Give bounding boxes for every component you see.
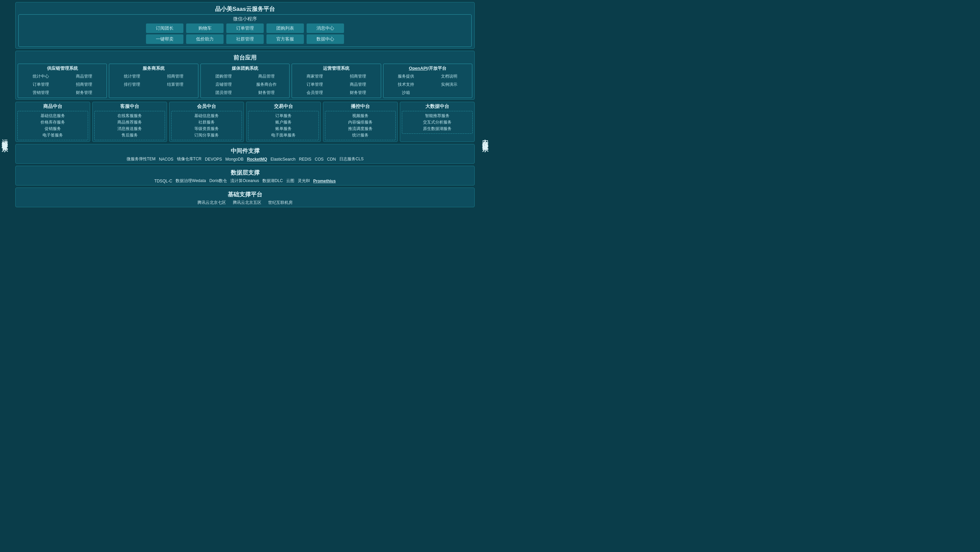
om-item-4: 商品管理 bbox=[337, 81, 379, 88]
saas-title: 品小美Saas云服务平台 bbox=[18, 4, 472, 14]
wechat-btn-10: 数据中心 bbox=[307, 34, 344, 44]
wechat-section: 微信小程序 订阅团长 购物车 订单管理 团购列表 消息中心 一键帮卖 低价助力 … bbox=[18, 14, 472, 47]
service-provider-grid: 统计管理 招商管理 排行管理 结算管理 bbox=[111, 73, 196, 88]
dl-item-7: 灵光BI bbox=[298, 178, 310, 184]
wechat-btn-2: 购物车 bbox=[186, 24, 224, 33]
member-platform: 会员中台 基础信息服务 社群服务 等级资质服务 订阅分享服务 bbox=[169, 102, 244, 142]
oa-item-5: 沙箱 bbox=[385, 89, 427, 96]
left-side-label: 运维管理体系 bbox=[1, 134, 9, 142]
tp-item-4: 电子面单服务 bbox=[250, 132, 317, 138]
oa-item-1: 服务提供 bbox=[385, 73, 427, 80]
cs-item-3: 消息推送服务 bbox=[96, 126, 163, 132]
oa-item-2: 文档说明 bbox=[428, 73, 470, 80]
sp-item-3: 排行管理 bbox=[111, 81, 153, 88]
broadcast-platform-inner: 视频服务 内容编排服务 推流调度服务 统计服务 bbox=[325, 111, 396, 140]
media-group-title: 媒体团购系统 bbox=[202, 65, 288, 72]
mw-item-9: COS bbox=[315, 157, 324, 162]
sp-item-4: 结算管理 bbox=[154, 81, 196, 88]
base-platform-section: 基础支撑平台 腾讯云北京七区 腾讯云北京五区 世纪互联机房 bbox=[15, 188, 475, 207]
dl-item-2: 数据治理Wedata bbox=[176, 178, 206, 184]
mw-item-6: RocketMQ bbox=[247, 157, 267, 162]
base-item-2: 腾讯云北京五区 bbox=[233, 200, 261, 205]
base-platform-title: 基础支撑平台 bbox=[18, 189, 472, 199]
bd-item-1: 智能推荐服务 bbox=[404, 113, 471, 119]
wechat-btn-8: 社群管理 bbox=[226, 34, 264, 44]
data-layer-title: 数据层支撑 bbox=[18, 167, 472, 177]
openapi-title: OpenAPI/开放平台 bbox=[385, 65, 470, 72]
dl-item-4: 流计算Oceanus bbox=[231, 178, 259, 184]
mw-item-7: ElasticSearch bbox=[270, 157, 295, 162]
service-provider-title: 服务商系统 bbox=[111, 65, 196, 72]
sp-item-2: 招商管理 bbox=[154, 73, 196, 80]
mw-item-2: NACOS bbox=[159, 157, 173, 162]
openapi-grid: 服务提供 文档说明 技术支持 实例演示 沙箱 bbox=[385, 73, 470, 96]
supply-item-4: 招商管理 bbox=[63, 81, 105, 88]
base-item-1: 腾讯云北京七区 bbox=[197, 200, 226, 205]
bigdata-platform-title: 大数据中台 bbox=[402, 103, 473, 110]
mg-item-3: 店铺管理 bbox=[202, 81, 245, 88]
supply-chain-title: 供应链管理系统 bbox=[20, 65, 105, 72]
broadcast-platform: 播控中台 视频服务 内容编排服务 推流调度服务 统计服务 bbox=[323, 102, 398, 142]
bigdata-platform: 大数据中台 智能推荐服务 交互式分析服务 原生数据湖服务 bbox=[400, 102, 475, 142]
bp-item-4: 统计服务 bbox=[327, 132, 394, 138]
pp-item-3: 促销服务 bbox=[19, 126, 86, 132]
member-platform-title: 会员中台 bbox=[171, 103, 242, 110]
dl-item-3: Doris数仓 bbox=[209, 178, 227, 184]
om-item-5: 会员管理 bbox=[294, 89, 336, 96]
wechat-btn-3: 订单管理 bbox=[226, 24, 264, 33]
supply-item-6: 财务管理 bbox=[63, 89, 105, 96]
ops-mgmt-system: 运营管理系统 商家管理 招商管理 订单管理 商品管理 会员管理 财务管理 bbox=[292, 64, 381, 98]
dl-item-8: Promethius bbox=[313, 179, 336, 183]
om-item-3: 订单管理 bbox=[294, 81, 336, 88]
tp-item-1: 订单服务 bbox=[250, 113, 317, 119]
bigdata-platform-inner: 智能推荐服务 交互式分析服务 原生数据湖服务 bbox=[402, 111, 473, 134]
cs-item-1: 在线客服服务 bbox=[96, 113, 163, 119]
bp-item-3: 推流调度服务 bbox=[327, 126, 394, 132]
bd-item-3: 原生数据湖服务 bbox=[404, 126, 471, 132]
mg-item-2: 商品管理 bbox=[246, 73, 288, 80]
member-platform-inner: 基础信息服务 社群服务 等级资质服务 订阅分享服务 bbox=[171, 111, 242, 140]
wechat-btn-4: 团购列表 bbox=[266, 24, 304, 33]
platforms-row: 商品中台 基础信息服务 价格库存服务 促销服务 电子签服务 客服中台 在线客服服… bbox=[15, 102, 475, 142]
base-platform-items: 腾讯云北京七区 腾讯云北京五区 世纪互联机房 bbox=[18, 200, 472, 205]
wechat-btn-6: 一键帮卖 bbox=[146, 34, 183, 44]
cs-item-2: 商品推荐服务 bbox=[96, 119, 163, 126]
data-layer-items: TDSQL-C 数据治理Wedata Doris数仓 流计算Oceanus 数据… bbox=[18, 178, 472, 184]
dl-item-5: 数据湖DLC bbox=[262, 178, 283, 184]
om-item-1: 商家管理 bbox=[294, 73, 336, 80]
mp-item-4: 订阅分享服务 bbox=[173, 132, 240, 138]
product-platform: 商品中台 基础信息服务 价格库存服务 促销服务 电子签服务 bbox=[15, 102, 90, 142]
wechat-btn-5: 消息中心 bbox=[307, 24, 344, 33]
front-app-title: 前台应用 bbox=[18, 52, 472, 62]
media-group-grid: 团购管理 商品管理 店铺管理 服务商合作 团员管理 财务管理 bbox=[202, 73, 288, 96]
product-platform-inner: 基础信息服务 价格库存服务 促销服务 电子签服务 bbox=[18, 111, 88, 140]
mw-item-11: 日志服务CLS bbox=[339, 156, 363, 162]
oa-item-3: 技术支持 bbox=[385, 81, 427, 88]
om-item-2: 招商管理 bbox=[337, 73, 379, 80]
mp-item-1: 基础信息服务 bbox=[173, 113, 240, 119]
middleware-section: 中间件支撑 微服务弹性TEM NACOS 镜像仓库TCR DEVOPS Mong… bbox=[15, 144, 475, 164]
middleware-items: 微服务弹性TEM NACOS 镜像仓库TCR DEVOPS MongoDB Ro… bbox=[18, 156, 472, 162]
mw-item-3: 镜像仓库TCR bbox=[177, 156, 202, 162]
mw-item-8: REDIS bbox=[299, 157, 311, 162]
supply-item-5: 营销管理 bbox=[20, 89, 62, 96]
sp-item-1: 统计管理 bbox=[111, 73, 153, 80]
mp-item-3: 等级资质服务 bbox=[173, 126, 240, 132]
tp-item-2: 账户服务 bbox=[250, 119, 317, 126]
right-side-label: 安全保障体系 bbox=[481, 134, 489, 142]
middleware-title: 中间件支撑 bbox=[18, 146, 472, 156]
om-item-6: 财务管理 bbox=[337, 89, 379, 96]
dl-item-6: 云图 bbox=[286, 178, 294, 184]
bp-item-1: 视频服务 bbox=[327, 113, 394, 119]
broadcast-platform-title: 播控中台 bbox=[325, 103, 396, 110]
ops-mgmt-title: 运营管理系统 bbox=[294, 65, 379, 72]
base-item-3: 世纪互联机房 bbox=[268, 200, 293, 205]
customer-service-platform: 客服中台 在线客服服务 商品推荐服务 消息推送服务 售后服务 bbox=[92, 102, 167, 142]
mw-item-4: DEVOPS bbox=[205, 157, 222, 162]
mg-item-4: 服务商合作 bbox=[246, 81, 288, 88]
mw-item-5: MongoDB bbox=[225, 157, 243, 162]
wechat-btn-9: 官方客服 bbox=[266, 34, 304, 44]
supply-item-2: 商品管理 bbox=[63, 73, 105, 80]
mp-item-2: 社群服务 bbox=[173, 119, 240, 126]
wechat-btn-7: 低价助力 bbox=[186, 34, 224, 44]
